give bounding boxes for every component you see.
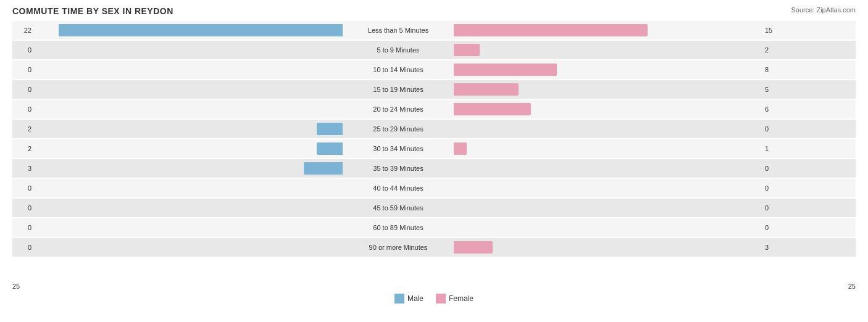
left-bar-area [34, 123, 343, 135]
male-bar [317, 142, 343, 155]
female-value: 1 [762, 145, 784, 152]
right-bar-area [454, 142, 762, 155]
chart-row: 3 35 to 39 Minutes 0 [12, 159, 856, 178]
chart-row: 0 5 to 9 Minutes 2 [12, 41, 856, 59]
left-bar-area [34, 221, 343, 234]
chart-title: COMMUTE TIME BY SEX IN REYDON [12, 6, 856, 16]
chart-row: 0 40 to 44 Minutes 0 [12, 179, 856, 197]
female-value: 2 [762, 46, 784, 54]
chart-area: 22 Less than 5 Minutes 15 0 5 to 9 Minut… [12, 21, 856, 280]
chart-row: 2 25 to 29 Minutes 0 [12, 120, 856, 138]
chart-row: 22 Less than 5 Minutes 15 [12, 21, 856, 39]
row-label: 25 to 29 Minutes [343, 125, 454, 133]
row-label: 10 to 14 Minutes [343, 66, 454, 73]
right-bar-area [454, 162, 762, 175]
female-value: 0 [762, 125, 784, 133]
row-label: 40 to 44 Minutes [343, 184, 454, 192]
male-value: 2 [12, 145, 34, 152]
row-label: 60 to 89 Minutes [343, 224, 454, 231]
female-value: 3 [762, 244, 784, 251]
female-value: 0 [762, 184, 784, 192]
chart-row: 2 30 to 34 Minutes 1 [12, 139, 856, 158]
female-bar [454, 83, 519, 96]
female-value: 5 [762, 86, 784, 93]
left-bar-area [34, 142, 343, 155]
male-value: 0 [12, 204, 34, 212]
male-bar [304, 162, 343, 175]
male-value: 0 [12, 184, 34, 192]
left-bar-area [34, 83, 343, 96]
axis-left: 25 [12, 283, 20, 290]
female-bar [454, 24, 648, 36]
male-value: 0 [12, 66, 34, 73]
row-label: Less than 5 Minutes [343, 27, 454, 34]
axis-row: 25 25 [12, 283, 856, 290]
left-bar-area [34, 202, 343, 214]
female-value: 0 [762, 204, 784, 212]
female-label: Female [449, 294, 474, 303]
male-value: 0 [12, 46, 34, 54]
left-bar-area [34, 24, 343, 36]
right-bar-area [454, 24, 762, 36]
male-color-box [394, 294, 404, 303]
row-label: 45 to 59 Minutes [343, 204, 454, 212]
chart-row: 0 15 to 19 Minutes 5 [12, 80, 856, 99]
row-label: 35 to 39 Minutes [343, 165, 454, 172]
row-label: 5 to 9 Minutes [343, 46, 454, 54]
female-bar [454, 64, 557, 76]
right-bar-area [454, 83, 762, 96]
left-bar-area [34, 44, 343, 56]
chart-row: 0 10 to 14 Minutes 8 [12, 60, 856, 79]
source-text: Source: ZipAtlas.com [791, 6, 856, 14]
row-label: 90 or more Minutes [343, 244, 454, 251]
right-bar-area [454, 123, 762, 135]
right-bar-area [454, 221, 762, 234]
female-value: 8 [762, 66, 784, 73]
left-bar-area [34, 182, 343, 194]
chart-row: 0 45 to 59 Minutes 0 [12, 199, 856, 217]
female-bar [454, 142, 467, 155]
male-value: 0 [12, 86, 34, 93]
right-bar-area [454, 182, 762, 194]
chart-container: COMMUTE TIME BY SEX IN REYDON Source: Zi… [0, 0, 868, 322]
male-value: 3 [12, 165, 34, 172]
male-label: Male [407, 294, 424, 303]
male-value: 0 [12, 224, 34, 231]
legend-male: Male [394, 294, 424, 303]
female-bar [454, 103, 531, 115]
legend: Male Female [12, 294, 856, 303]
right-bar-area [454, 241, 762, 254]
male-value: 0 [12, 244, 34, 251]
row-label: 20 to 24 Minutes [343, 105, 454, 113]
female-value: 0 [762, 224, 784, 231]
female-value: 15 [762, 27, 784, 34]
row-label: 30 to 34 Minutes [343, 145, 454, 152]
male-value: 0 [12, 105, 34, 113]
right-bar-area [454, 44, 762, 56]
male-bar [59, 24, 343, 36]
row-label: 15 to 19 Minutes [343, 86, 454, 93]
legend-female: Female [436, 294, 474, 303]
male-value: 2 [12, 125, 34, 133]
male-bar [317, 123, 343, 135]
axis-right: 25 [848, 283, 856, 290]
right-bar-area [454, 64, 762, 76]
female-color-box [436, 294, 446, 303]
male-value: 22 [12, 27, 34, 34]
female-bar [454, 44, 480, 56]
female-value: 0 [762, 165, 784, 172]
chart-row: 0 90 or more Minutes 3 [12, 238, 856, 257]
chart-row: 0 20 to 24 Minutes 6 [12, 100, 856, 118]
female-value: 6 [762, 105, 784, 113]
female-bar [454, 241, 493, 254]
left-bar-area [34, 162, 343, 175]
chart-row: 0 60 to 89 Minutes 0 [12, 218, 856, 237]
left-bar-area [34, 241, 343, 254]
right-bar-area [454, 103, 762, 115]
left-bar-area [34, 103, 343, 115]
right-bar-area [454, 202, 762, 214]
left-bar-area [34, 64, 343, 76]
